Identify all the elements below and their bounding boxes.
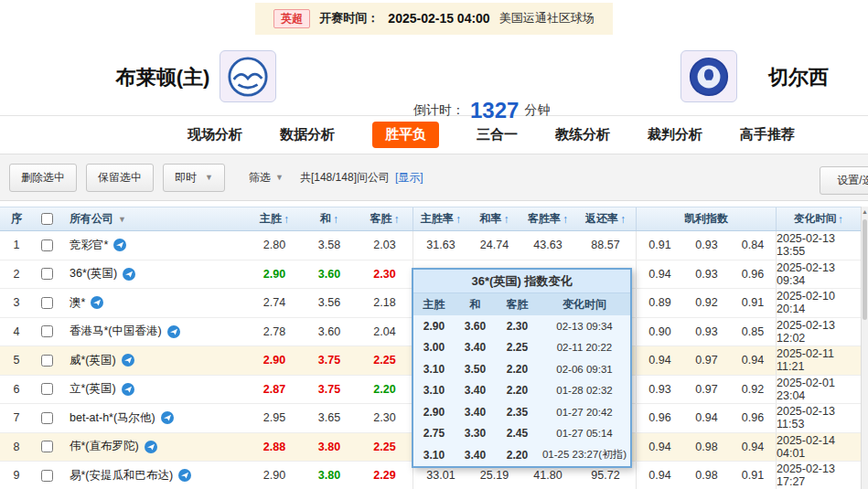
settings-button[interactable]: 设置/选择 — [820, 166, 868, 195]
row-checkbox[interactable] — [41, 441, 53, 452]
company-history-icon[interactable] — [178, 469, 191, 482]
nav-tab[interactable]: 高手推荐 — [740, 126, 795, 144]
rate-cell: 31.63 — [413, 231, 468, 260]
kelly-cell: 0.89 — [637, 289, 683, 317]
company-cell[interactable]: 易*(安提瓜和巴布达) — [60, 462, 247, 489]
header-away-rate[interactable]: 客胜率↑ — [520, 207, 575, 230]
company-cell[interactable]: 威*(英国) — [60, 346, 247, 375]
row-checkbox[interactable] — [41, 268, 53, 280]
header-home-rate[interactable]: 主胜率↑ — [413, 207, 468, 230]
popup-odds-cell: 3.60 — [455, 320, 496, 333]
match-info-bar: 英超 开赛时间： 2025-02-15 04:00 美国运通社区球场 — [0, 0, 868, 37]
countdown-unit: 分钟 — [524, 102, 550, 119]
header-select-all — [33, 207, 60, 230]
company-history-icon[interactable] — [91, 296, 103, 309]
popup-odds-cell: 2.90 — [413, 320, 455, 333]
company-history-icon[interactable] — [113, 239, 126, 251]
company-history-icon[interactable] — [122, 354, 134, 367]
keep-selected-button[interactable]: 保留选中 — [86, 164, 154, 192]
kelly-cell: 0.90 — [637, 318, 683, 346]
sort-arrow-icon: ↑ — [838, 214, 843, 225]
row-seq: 2 — [0, 260, 33, 289]
delete-selected-button[interactable]: 删除选中 — [9, 164, 77, 192]
change-time-cell: 2025-02-13 09:34 — [777, 260, 861, 289]
popup-header-cell: 客胜 — [496, 297, 539, 313]
company-cell[interactable]: 立*(英国) — [60, 376, 247, 404]
company-history-icon[interactable] — [161, 411, 174, 424]
odds-cell: 2.87 — [247, 376, 302, 404]
odds-cell: 2.04 — [357, 318, 413, 346]
popup-odds-cell: 2.45 — [496, 427, 539, 440]
popup-odds-cell: 3.40 — [455, 449, 496, 462]
time-mode-dropdown[interactable]: 即时▼ — [163, 164, 225, 192]
kelly-cell: 0.92 — [683, 289, 730, 317]
nav-tab-active[interactable]: 胜平负 — [372, 122, 439, 148]
show-link[interactable]: [显示] — [395, 170, 423, 186]
sort-arrow-icon: ↑ — [394, 213, 400, 226]
company-cell[interactable]: 竞彩官* — [60, 231, 247, 260]
venue-name: 美国运通社区球场 — [499, 10, 595, 27]
header-company[interactable]: 所有公司▼ — [60, 207, 247, 230]
header-draw[interactable]: 和↑ — [302, 207, 357, 230]
header-return-rate-label: 返还率 — [585, 211, 618, 227]
header-change-time-label: 变化时间 — [794, 212, 836, 226]
popup-time-cell: 02-06 09:31 — [539, 364, 630, 375]
nav-tab[interactable]: 数据分析 — [280, 126, 335, 144]
company-cell[interactable]: 36*(英国) — [60, 260, 247, 289]
header-away-win[interactable]: 客胜↑ — [357, 207, 413, 230]
kelly-cell: 0.91 — [637, 231, 683, 260]
company-name: 香港马*(中国香港) — [70, 324, 162, 339]
nav-tab[interactable]: 三合一 — [477, 126, 518, 144]
change-time-cell: 2025-02-10 20:14 — [777, 289, 861, 317]
scrollbar-thumb[interactable] — [863, 219, 867, 320]
row-check-cell — [33, 289, 60, 317]
table-scrollbar[interactable]: ▲ — [861, 207, 868, 489]
kelly-cell: 0.85 — [730, 318, 777, 346]
company-history-icon[interactable] — [122, 383, 134, 396]
company-name: 竞彩官* — [70, 238, 108, 253]
popup-time-cell: 01-28 02:32 — [539, 385, 630, 396]
row-checkbox[interactable] — [41, 297, 53, 309]
company-history-icon[interactable] — [123, 268, 135, 281]
company-cell[interactable]: 伟*(直布罗陀) — [60, 433, 247, 462]
scrollbar-up-icon[interactable]: ▲ — [862, 207, 868, 218]
company-history-icon[interactable] — [145, 441, 157, 453]
company-cell[interactable]: bet-at-h*(马尔他) — [60, 404, 247, 432]
company-history-icon[interactable] — [167, 325, 180, 338]
popup-odds-cell: 2.20 — [496, 363, 539, 376]
header-return-rate[interactable]: 返还率↑ — [575, 207, 637, 230]
row-checkbox[interactable] — [41, 355, 53, 367]
header-home-win[interactable]: 主胜↑ — [247, 207, 302, 230]
row-checkbox[interactable] — [41, 383, 53, 395]
odds-cell: 3.60 — [302, 260, 357, 289]
row-checkbox[interactable] — [41, 239, 53, 251]
popup-row: 2.903.402.3501-27 20:42 — [413, 401, 630, 423]
odds-cell: 2.90 — [247, 462, 302, 489]
table-row: 1竞彩官*2.803.582.0331.6324.7443.6388.570.9… — [0, 231, 861, 260]
header-away-rate-label: 客胜率 — [528, 211, 561, 227]
change-time-cell: 2025-02-11 11:21 — [777, 346, 861, 375]
row-check-cell — [33, 376, 60, 404]
company-name: 易*(安提瓜和巴布达) — [70, 468, 173, 484]
nav-tab[interactable]: 教练分析 — [555, 126, 610, 144]
filter-dropdown[interactable]: 筛选▼ — [249, 170, 284, 186]
nav-tab[interactable]: 裁判分析 — [648, 126, 702, 144]
popup-odds-cell: 2.35 — [496, 406, 539, 419]
odds-comparison-page: 英超 开赛时间： 2025-02-15 04:00 美国运通社区球场 布莱顿(主… — [0, 0, 868, 489]
header-kelly[interactable]: 凯利指数 — [637, 207, 777, 230]
company-cell[interactable]: 香港马*(中国香港) — [60, 318, 247, 346]
company-cell[interactable]: 澳* — [60, 289, 247, 317]
row-checkbox[interactable] — [41, 325, 53, 337]
popup-odds-cell: 3.30 — [455, 427, 496, 440]
chelsea-crest-icon — [688, 56, 730, 98]
popup-odds-cell: 3.40 — [455, 341, 496, 354]
row-checkbox[interactable] — [41, 412, 53, 424]
row-checkbox[interactable] — [41, 470, 53, 482]
table-header: 序 所有公司▼ 主胜↑ 和↑ 客胜↑ 主胜率↑ 和率↑ 客胜率↑ 返还率↑ 凯利… — [0, 207, 861, 231]
select-all-checkbox[interactable] — [41, 213, 53, 225]
header-draw-rate[interactable]: 和率↑ — [468, 207, 520, 230]
filter-caret-icon[interactable]: ▼ — [118, 215, 126, 224]
header-change-time[interactable]: 变化时间↑ — [777, 207, 861, 230]
nav-tab[interactable]: 现场分析 — [188, 126, 242, 144]
kelly-cell: 0.94 — [637, 260, 683, 289]
